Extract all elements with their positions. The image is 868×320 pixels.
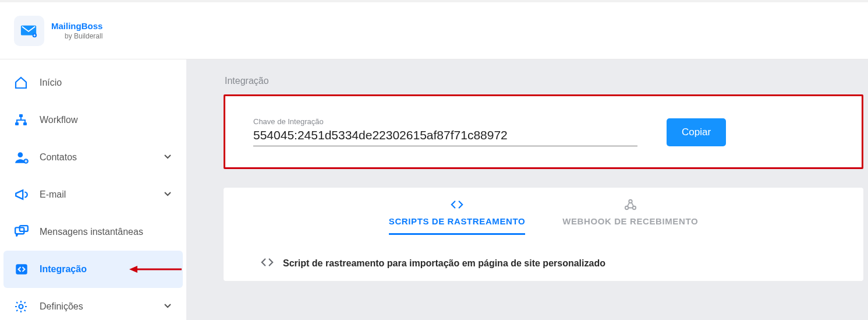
chevron-down-icon <box>163 152 172 163</box>
svg-rect-4 <box>23 122 27 125</box>
sidebar-item-label: Mensagens instantâneas <box>40 227 172 237</box>
sidebar-item-inicio[interactable]: Início <box>3 64 183 101</box>
accordion-title: Script de rastreamento para importação e… <box>283 258 605 269</box>
megaphone-icon <box>14 187 40 202</box>
chevron-down-icon <box>163 301 172 312</box>
main-content: Integração Chave de Integração 554045:24… <box>186 59 868 320</box>
contact-add-icon <box>14 150 40 165</box>
tabs-row: SCRIPTS DE RASTREAMENTO WEBHOOK DE RECEB… <box>224 198 863 235</box>
sidebar-item-workflow[interactable]: Workflow <box>3 101 183 139</box>
webhook-icon <box>624 198 637 213</box>
sidebar-item-definicoes[interactable]: Definições <box>3 288 183 320</box>
home-icon <box>14 76 40 90</box>
product-byline: by Builderall <box>51 32 102 40</box>
sidebar-item-contatos[interactable]: Contatos <box>3 139 183 176</box>
logo-icon <box>14 16 44 46</box>
sidebar-item-label: E-mail <box>40 189 163 200</box>
code-icon <box>261 258 274 269</box>
sidebar: Início Workflow <box>0 59 186 320</box>
product-name: MailingBoss <box>51 21 102 31</box>
sidebar-item-email[interactable]: E-mail <box>3 176 183 213</box>
sidebar-item-label: Workflow <box>40 115 172 125</box>
integration-key-card: Chave de Integração 554045:2451d5334de22… <box>224 94 863 169</box>
chevron-down-icon <box>163 189 172 201</box>
tab-label: SCRIPTS DE RASTREAMENTO <box>389 216 525 226</box>
sidebar-item-label: Integração <box>40 264 172 275</box>
svg-point-5 <box>18 152 23 157</box>
tab-label: WEBHOOK DE RECEBIMENTO <box>562 216 698 226</box>
sidebar-item-label: Contatos <box>40 152 163 163</box>
sidebar-item-label: Definições <box>40 301 163 312</box>
svg-rect-3 <box>15 122 19 125</box>
svg-point-10 <box>19 305 23 309</box>
app-header: MailingBoss by Builderall <box>0 0 868 59</box>
workflow-icon <box>14 113 40 127</box>
tab-tracking-scripts[interactable]: SCRIPTS DE RASTREAMENTO <box>389 198 525 235</box>
gear-icon <box>14 300 40 314</box>
sidebar-item-integracao[interactable]: Integração <box>3 251 183 288</box>
copy-button[interactable]: Copiar <box>667 118 726 146</box>
sidebar-item-label: Início <box>40 78 172 88</box>
accordion-tracking-custom-site[interactable]: Script de rastreamento para importação e… <box>248 252 839 281</box>
integration-key-field[interactable]: Chave de Integração 554045:2451d5334de22… <box>253 117 637 146</box>
section-title: Integração <box>222 73 868 94</box>
integration-key-value: 554045:2451d5334de22302615af87f71c88972 <box>253 126 637 146</box>
code-badge-icon <box>14 262 40 277</box>
code-icon <box>451 198 463 213</box>
tabs-card: SCRIPTS DE RASTREAMENTO WEBHOOK DE RECEB… <box>224 188 863 281</box>
tab-webhook[interactable]: WEBHOOK DE RECEBIMENTO <box>562 198 698 235</box>
sidebar-item-mensagens[interactable]: Mensagens instantâneas <box>3 213 183 251</box>
chat-icon <box>14 224 40 240</box>
logo-block[interactable]: MailingBoss by Builderall <box>14 16 102 46</box>
svg-rect-2 <box>19 114 23 117</box>
integration-key-label: Chave de Integração <box>253 117 637 126</box>
